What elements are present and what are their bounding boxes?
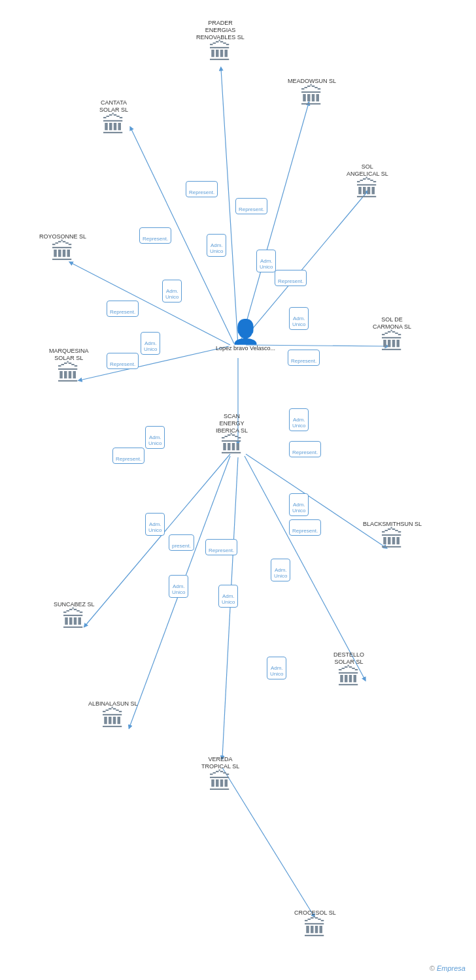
building-icon-suncabez: 🏛 <box>62 608 86 632</box>
badge-represent-7[interactable]: Represent. <box>288 350 320 366</box>
company-prader[interactable]: PRADERENERGIASRENOVABLES SL 🏛 <box>196 18 245 64</box>
badge-present-1[interactable]: present. <box>169 534 194 551</box>
building-icon-blacksmithsun: 🏛 <box>381 528 404 551</box>
company-prader-label: PRADERENERGIASRENOVABLES SL <box>196 20 245 41</box>
watermark-brand: Empresa <box>437 964 466 972</box>
badge-represent-4[interactable]: Represent. <box>275 270 307 286</box>
building-icon-albinalasun: 🏛 <box>101 708 125 731</box>
building-icon-cantata: 🏛 <box>102 114 126 137</box>
badge-represent-10[interactable]: Represent. <box>289 519 321 536</box>
building-icon-prader: 🏛 <box>209 41 232 64</box>
svg-line-10 <box>245 456 365 679</box>
badge-represent-5[interactable]: Represent. <box>107 301 139 317</box>
badge-adm-unico-10[interactable]: Adm.Unico <box>271 559 290 581</box>
badge-adm-unico-11[interactable]: Adm.Unico <box>169 575 188 598</box>
badge-adm-unico-8[interactable]: Adm.Unico <box>289 493 309 516</box>
company-meadowsun[interactable]: MEADOWSUN SL 🏛 <box>288 76 336 108</box>
badge-adm-unico-4[interactable]: Adm.Unico <box>289 307 309 330</box>
company-marquesina[interactable]: MARQUESINASOLAR SL 🏛 <box>49 346 89 385</box>
building-icon-destello: 🏛 <box>337 666 361 689</box>
person-icon: 👤 <box>231 320 260 344</box>
company-scan-energy-label: SCANENERGYIBERICA SL <box>216 413 248 434</box>
badge-adm-unico-12[interactable]: Adm.Unico <box>218 585 238 608</box>
badge-represent-11[interactable]: Represent. <box>205 539 237 555</box>
company-vereda[interactable]: VEREDATROPICAL SL 🏛 <box>201 755 239 794</box>
company-cantata[interactable]: CANTATASOLAR SL 🏛 <box>99 98 128 137</box>
badge-represent-1[interactable]: Represent. <box>186 181 218 197</box>
badge-represent-2[interactable]: Represent. <box>235 198 267 214</box>
company-destello[interactable]: DESTELLOSOLAR SL 🏛 <box>333 650 364 689</box>
company-blacksmithsun[interactable]: BLACKSMITHSUN SL 🏛 <box>363 519 422 551</box>
badge-adm-unico-1[interactable]: Adm.Unico <box>207 234 226 257</box>
building-icon-vereda: 🏛 <box>209 770 232 794</box>
center-person-node[interactable]: 👤 Lopez bravo Velasco... <box>216 320 275 352</box>
company-sol-carmona[interactable]: SOL DECARMONA SL 🏛 <box>373 315 411 354</box>
building-icon-royosonne: 🏛 <box>51 240 75 264</box>
building-icon-sol-angelical: 🏛 <box>356 178 379 201</box>
center-person-label: Lopez bravo Velasco... <box>216 345 275 352</box>
badge-represent-3[interactable]: Represent. <box>139 227 171 244</box>
badge-adm-unico-9[interactable]: Adm.Unico <box>145 513 165 536</box>
watermark: © Empresa <box>430 964 466 972</box>
badge-represent-9[interactable]: Represent. <box>289 441 321 457</box>
building-icon-sol-carmona: 🏛 <box>381 331 404 354</box>
badge-represent-6[interactable]: Represent. <box>107 353 139 369</box>
building-icon-scan-energy: 🏛 <box>220 434 244 457</box>
badge-adm-unico-5[interactable]: Adm.Unico <box>141 332 160 355</box>
building-icon-marquesina: 🏛 <box>57 362 80 385</box>
badge-adm-unico-2[interactable]: Adm.Unico <box>256 250 276 272</box>
graph-container: 👤 Lopez bravo Velasco... PRADERENERGIASR… <box>0 0 476 980</box>
company-royosonne[interactable]: ROYOSONNE SL 🏛 <box>39 232 86 264</box>
building-icon-crocesol: 🏛 <box>303 917 327 940</box>
company-sol-angelical[interactable]: SOLANGELICAL SL 🏛 <box>347 162 388 201</box>
company-albinalasun[interactable]: ALBINALASUN SL 🏛 <box>88 699 138 731</box>
svg-line-12 <box>222 457 238 758</box>
building-icon-meadowsun: 🏛 <box>300 85 324 108</box>
company-scan-energy[interactable]: SCANENERGYIBERICA SL 🏛 <box>216 412 248 457</box>
company-crocesol[interactable]: CROCESOL SL 🏛 <box>294 908 336 940</box>
badge-represent-8[interactable]: Represent. <box>112 448 144 464</box>
badge-adm-unico-7[interactable]: Adm.Unico <box>145 426 165 449</box>
badge-adm-unico-13[interactable]: Adm.Unico <box>267 657 286 679</box>
connections-svg <box>0 0 476 980</box>
company-suncabez[interactable]: SUNCABEZ SL 🏛 <box>54 600 95 632</box>
badge-adm-unico-3[interactable]: Adm.Unico <box>162 280 182 302</box>
badge-adm-unico-6[interactable]: Adm.Unico <box>289 408 309 431</box>
